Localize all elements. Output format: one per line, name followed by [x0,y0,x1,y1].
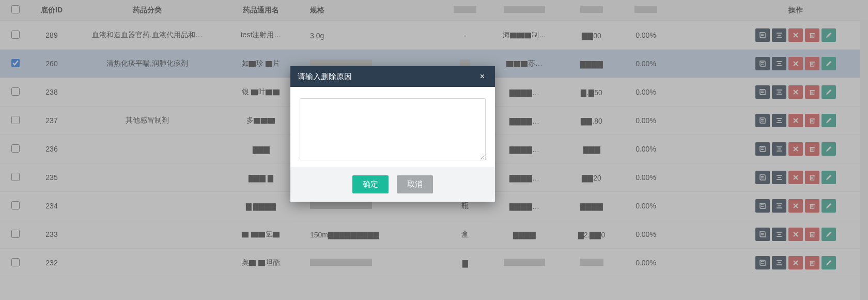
cell-pct: 0.00% [620,192,672,220]
reject-button[interactable] [788,28,803,42]
row-checkbox[interactable] [11,201,20,209]
cell-spec: 150m▇▇▇▇▇▇▇▇▇ [300,220,444,249]
view-button[interactable] [755,171,770,184]
view-button[interactable] [755,114,770,127]
reject-button[interactable] [788,256,803,269]
detail-button[interactable] [772,85,786,99]
reject-button[interactable] [788,57,803,70]
cell-price: ▇▇▇▇ [563,192,620,220]
delete-button[interactable] [805,256,819,269]
view-button[interactable] [755,28,770,42]
row-checkbox-cell [0,50,31,78]
detail-button[interactable] [772,114,786,127]
edit-button[interactable] [822,57,836,70]
col-id: 底价ID [31,0,72,21]
delete-button[interactable] [805,57,819,70]
row-actions [755,114,836,127]
detail-button[interactable] [772,171,786,184]
delete-button[interactable] [805,199,819,213]
x-icon [792,32,799,39]
table-row[interactable]: 232奥▇ ▇坦酯▇0.00% [0,249,868,277]
confirm-button[interactable]: 确定 [352,175,389,193]
vertical-scrollbar[interactable] [860,20,868,300]
pencil-icon [825,259,832,266]
reject-button[interactable] [788,199,803,213]
delete-button[interactable] [805,171,819,184]
edit-button[interactable] [822,228,836,241]
cell-id: 260 [31,50,72,78]
detail-button[interactable] [772,256,786,269]
book-icon [759,174,766,181]
x-icon [792,259,799,266]
select-all-checkbox[interactable] [11,5,20,13]
row-actions [755,142,836,156]
edit-button[interactable] [822,171,836,184]
book-icon [759,32,766,39]
delete-reason-input[interactable] [300,98,486,160]
book-icon [759,202,766,209]
row-checkbox[interactable] [11,116,20,124]
row-checkbox[interactable] [11,31,20,39]
cell-extra [672,21,723,50]
pencil-icon [825,174,832,181]
edit-button[interactable] [822,199,836,213]
row-checkbox[interactable] [11,59,20,67]
view-button[interactable] [755,199,770,213]
cancel-button[interactable]: 取消 [397,175,433,193]
cell-unit: - [444,21,486,50]
cell-generic: ▇▇▇ [222,135,300,163]
detail-button[interactable] [772,28,786,42]
cell-category [72,220,222,249]
pencil-icon [825,60,832,67]
cell-price: ▇▇00 [563,21,620,50]
view-button[interactable] [755,57,770,70]
align-icon [776,174,783,181]
row-checkbox[interactable] [11,258,20,266]
row-checkbox[interactable] [11,173,20,181]
edit-button[interactable] [822,85,836,99]
detail-button[interactable] [772,228,786,241]
detail-button[interactable] [772,199,786,213]
cell-unit: 盒 [444,220,486,249]
dialog-header: 请输入删除原因 × [290,66,495,87]
row-checkbox[interactable] [11,144,20,153]
reject-button[interactable] [788,114,803,127]
cell-price: ▇▇▇▇ [563,50,620,78]
delete-button[interactable] [805,142,819,156]
reject-button[interactable] [788,171,803,184]
delete-button[interactable] [805,28,819,42]
row-checkbox-cell [0,192,31,220]
close-button[interactable]: × [477,71,488,82]
edit-button[interactable] [822,142,836,156]
cell-id: 238 [31,78,72,107]
cell-generic: 银 ▇叶▇▇ [222,78,300,107]
table-row[interactable]: 233▇ ▇▇氢▇150m▇▇▇▇▇▇▇▇▇盒▇▇▇▇▇2.▇▇00.00% [0,220,868,249]
cell-price: ▇▇20 [563,163,620,192]
cell-generic: ▇ ▇▇氢▇ [222,220,300,249]
delete-button[interactable] [805,114,819,127]
delete-button[interactable] [805,228,819,241]
view-button[interactable] [755,142,770,156]
row-checkbox[interactable] [11,87,20,96]
edit-button[interactable] [822,114,836,127]
pencil-icon [825,32,832,39]
x-icon [792,88,799,96]
view-button[interactable] [755,228,770,241]
view-button[interactable] [755,85,770,99]
edit-button[interactable] [822,256,836,269]
edit-button[interactable] [822,28,836,42]
trash-icon [809,32,816,39]
cell-price: ▇.▇50 [563,78,620,107]
detail-button[interactable] [772,142,786,156]
detail-button[interactable] [772,57,786,70]
delete-button[interactable] [805,85,819,99]
col-manu [486,0,563,21]
view-button[interactable] [755,256,770,269]
reject-button[interactable] [788,142,803,156]
cell-pct: 0.00% [620,135,672,163]
reject-button[interactable] [788,228,803,241]
table-row[interactable]: 289血液和造血器官药,血液代用品和…test注射用…3.0g-海▇▇▇制…▇▇… [0,21,868,50]
reject-button[interactable] [788,85,803,99]
row-checkbox[interactable] [11,230,20,238]
align-icon [776,259,783,266]
